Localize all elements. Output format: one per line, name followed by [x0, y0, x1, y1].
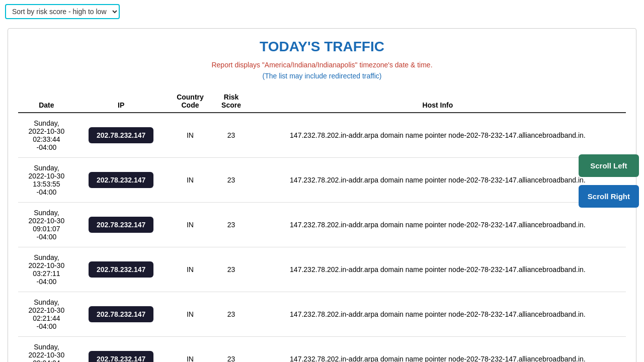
- table-header-row: Date IP CountryCode RiskScore Host Info: [18, 90, 626, 113]
- cell-date: Sunday,2022-10-3009:04:04-04:00: [18, 337, 75, 363]
- main-container: TODAY'S TRAFFIC Report displays "America…: [8, 28, 636, 362]
- cell-host: 147.232.78.202.in-addr.arpa domain name …: [250, 247, 626, 292]
- cell-risk: 23: [213, 203, 250, 247]
- ip-badge: 202.78.232.147: [89, 127, 153, 143]
- cell-risk: 23: [213, 158, 250, 203]
- col-country: CountryCode: [168, 90, 213, 113]
- cell-ip: 202.78.232.147: [75, 113, 168, 158]
- top-bar: Sort by risk score - high to low Sort by…: [0, 0, 644, 23]
- cell-host: 147.232.78.202.in-addr.arpa domain name …: [250, 337, 626, 363]
- ip-badge: 202.78.232.147: [89, 351, 153, 362]
- cell-date: Sunday,2022-10-3013:53:55-04:00: [18, 158, 75, 203]
- ip-badge: 202.78.232.147: [89, 261, 153, 278]
- scroll-right-button[interactable]: Scroll Right: [579, 185, 639, 208]
- subtitle: Report displays "America/Indiana/Indiana…: [18, 61, 626, 69]
- cell-country: IN: [168, 292, 213, 337]
- cell-host: 147.232.78.202.in-addr.arpa domain name …: [250, 113, 626, 158]
- col-ip: IP: [75, 90, 168, 113]
- ip-badge: 202.78.232.147: [89, 306, 153, 322]
- cell-host: 147.232.78.202.in-addr.arpa domain name …: [250, 292, 626, 337]
- cell-host: 147.232.78.202.in-addr.arpa domain name …: [250, 203, 626, 247]
- scroll-left-button[interactable]: Scroll Left: [579, 154, 639, 177]
- cell-ip: 202.78.232.147: [75, 337, 168, 363]
- cell-date: Sunday,2022-10-3002:33:44-04:00: [18, 113, 75, 158]
- cell-date: Sunday,2022-10-3009:01:07-04:00: [18, 203, 75, 247]
- page-title: TODAY'S TRAFFIC: [18, 39, 626, 55]
- cell-country: IN: [168, 203, 213, 247]
- table-row: Sunday,2022-10-3003:27:11-04:00202.78.23…: [18, 247, 626, 292]
- ip-badge: 202.78.232.147: [89, 172, 153, 188]
- table-row: Sunday,2022-10-3009:04:04-04:00202.78.23…: [18, 337, 626, 363]
- table-row: Sunday,2022-10-3002:21:44-04:00202.78.23…: [18, 292, 626, 337]
- cell-country: IN: [168, 158, 213, 203]
- cell-ip: 202.78.232.147: [75, 292, 168, 337]
- cell-ip: 202.78.232.147: [75, 247, 168, 292]
- subtitle2: (The list may include redirected traffic…: [18, 72, 626, 80]
- cell-risk: 23: [213, 247, 250, 292]
- cell-country: IN: [168, 113, 213, 158]
- cell-risk: 23: [213, 337, 250, 363]
- cell-date: Sunday,2022-10-3002:21:44-04:00: [18, 292, 75, 337]
- cell-ip: 202.78.232.147: [75, 203, 168, 247]
- traffic-table: Date IP CountryCode RiskScore Host Info …: [18, 90, 626, 362]
- cell-country: IN: [168, 337, 213, 363]
- col-host: Host Info: [250, 90, 626, 113]
- table-row: Sunday,2022-10-3002:33:44-04:00202.78.23…: [18, 113, 626, 158]
- col-risk: RiskScore: [213, 90, 250, 113]
- table-row: Sunday,2022-10-3013:53:55-04:00202.78.23…: [18, 158, 626, 203]
- cell-ip: 202.78.232.147: [75, 158, 168, 203]
- cell-host: 147.232.78.202.in-addr.arpa domain name …: [250, 158, 626, 203]
- sort-select[interactable]: Sort by risk score - high to low Sort by…: [5, 4, 120, 19]
- cell-date: Sunday,2022-10-3003:27:11-04:00: [18, 247, 75, 292]
- cell-country: IN: [168, 247, 213, 292]
- cell-risk: 23: [213, 292, 250, 337]
- col-date: Date: [18, 90, 75, 113]
- cell-risk: 23: [213, 113, 250, 158]
- table-row: Sunday,2022-10-3009:01:07-04:00202.78.23…: [18, 203, 626, 247]
- scroll-buttons: Scroll Left Scroll Right: [579, 154, 639, 208]
- ip-badge: 202.78.232.147: [89, 217, 153, 233]
